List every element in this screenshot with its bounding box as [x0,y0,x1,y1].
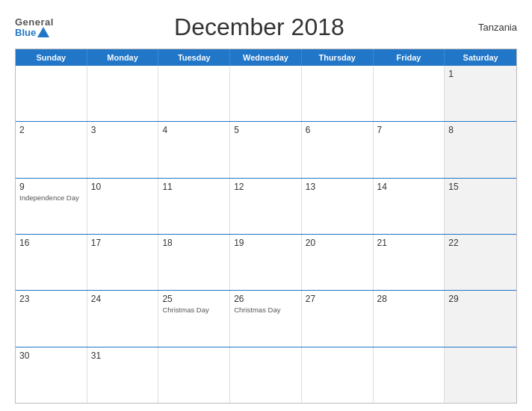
calendar: Sunday Monday Tuesday Wednesday Thursday… [15,49,517,404]
event-label: Christmas Day [234,306,280,314]
calendar-cell: 17 [87,235,159,290]
calendar-cell: 29 [445,291,516,346]
calendar-cell [16,66,87,121]
calendar-cell [158,66,230,121]
calendar-cell: 14 [374,179,445,234]
header-friday: Friday [374,49,445,66]
calendar-cell: 16 [16,235,87,290]
calendar-cell: 4 [158,122,230,177]
calendar-cell [374,66,445,121]
calendar-cell: 10 [87,179,159,234]
day-number: 3 [91,125,96,135]
calendar-cell: 7 [374,122,445,177]
calendar-cell [374,347,445,403]
header: General Blue December 2018 Tanzania [15,13,517,41]
header-saturday: Saturday [445,49,516,66]
calendar-row-5: 3031 [16,347,516,403]
day-number: 2 [19,125,25,135]
day-number: 29 [448,294,458,304]
calendar-cell: 1 [445,66,516,121]
header-wednesday: Wednesday [230,49,302,66]
calendar-cell: 9Independence Day [16,179,87,234]
calendar-cell: 15 [445,179,516,234]
day-number: 17 [91,238,101,248]
month-title: December 2018 [54,13,465,41]
day-number: 7 [377,125,383,135]
calendar-cell: 24 [87,291,159,346]
day-number: 10 [91,182,101,192]
calendar-cell [87,66,159,121]
calendar-cell: 12 [230,179,302,234]
calendar-header: Sunday Monday Tuesday Wednesday Thursday… [16,49,516,66]
day-number: 21 [377,238,387,248]
logo-triangle-icon [37,27,49,37]
day-number: 22 [448,238,458,248]
day-number: 16 [19,238,29,248]
calendar-row-3: 16171819202122 [16,234,516,290]
header-tuesday: Tuesday [158,49,230,66]
day-number: 11 [162,182,172,192]
day-number: 14 [377,182,387,192]
calendar-cell: 3 [87,122,159,177]
calendar-row-2: 9Independence Day101112131415 [16,178,516,234]
calendar-cell: 11 [158,179,230,234]
day-number: 15 [448,182,458,192]
calendar-cell: 23 [16,291,87,346]
calendar-cell: 28 [374,291,445,346]
calendar-cell: 18 [158,235,230,290]
calendar-cell: 19 [230,235,302,290]
calendar-cell: 26Christmas Day [230,291,302,346]
logo-blue-text: Blue [15,28,36,37]
day-number: 1 [448,69,454,79]
calendar-cell [230,347,302,403]
calendar-cell: 2 [16,122,87,177]
country-label: Tanzania [465,22,517,33]
calendar-page: General Blue December 2018 Tanzania Sund… [0,0,532,411]
day-number: 12 [234,182,244,192]
calendar-cell: 27 [302,291,374,346]
day-number: 20 [306,238,315,248]
calendar-cell: 20 [302,235,374,290]
day-number: 13 [306,182,315,192]
calendar-row-4: 232425Christmas Day26Christmas Day272829 [16,290,516,346]
calendar-row-0: 1 [16,66,516,121]
header-thursday: Thursday [302,49,374,66]
calendar-cell: 30 [16,347,87,403]
day-number: 19 [234,238,244,248]
calendar-cell: 5 [230,122,302,177]
day-number: 25 [162,294,172,304]
calendar-cell [158,347,230,403]
calendar-body: 123456789Independence Day101112131415161… [16,66,516,403]
event-label: Independence Day [19,194,79,202]
calendar-cell: 22 [445,235,516,290]
calendar-cell [302,347,374,403]
calendar-cell [302,66,374,121]
calendar-cell: 6 [302,122,374,177]
day-number: 30 [19,350,29,361]
calendar-cell: 25Christmas Day [158,291,230,346]
day-number: 24 [91,294,101,304]
calendar-cell: 13 [302,179,374,234]
day-number: 26 [234,294,244,304]
day-number: 6 [306,125,311,135]
calendar-cell: 21 [374,235,445,290]
header-sunday: Sunday [16,49,87,66]
day-number: 31 [91,350,101,361]
calendar-cell: 31 [87,347,159,403]
day-number: 18 [162,238,172,248]
day-number: 4 [162,125,167,135]
header-monday: Monday [87,49,159,66]
calendar-cell [445,347,516,403]
logo-general-text: General [15,17,54,27]
day-number: 27 [306,294,315,304]
logo: General Blue [15,17,54,37]
event-label: Christmas Day [162,306,208,314]
calendar-row-1: 2345678 [16,121,516,177]
day-number: 23 [19,294,29,304]
calendar-cell: 8 [445,122,516,177]
day-number: 5 [234,125,239,135]
day-number: 8 [448,125,454,135]
day-number: 9 [19,182,25,192]
calendar-cell [230,66,302,121]
day-number: 28 [377,294,387,304]
